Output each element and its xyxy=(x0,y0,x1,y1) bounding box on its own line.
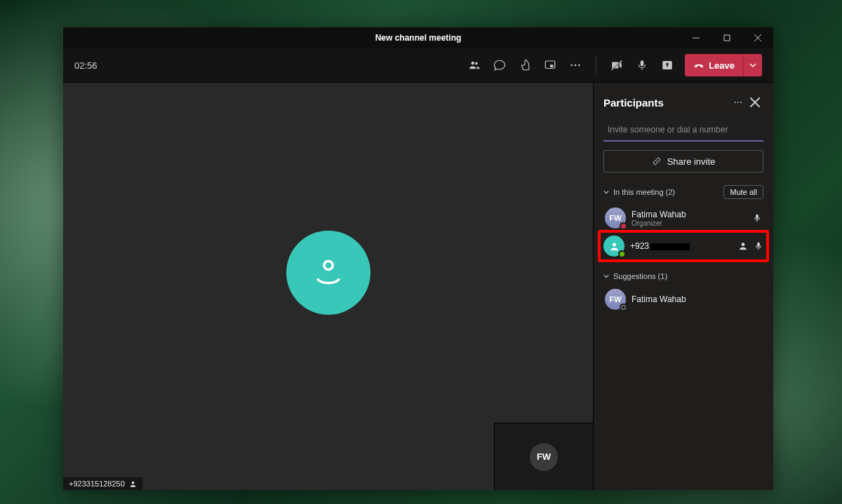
svg-point-8 xyxy=(578,64,580,67)
camera-toggle-button[interactable] xyxy=(605,53,629,77)
video-stage: FW +923315128250 xyxy=(63,83,593,490)
leave-dropdown-button[interactable] xyxy=(743,54,762,76)
remote-participant-avatar xyxy=(286,231,370,315)
toolbar-separator xyxy=(596,57,596,74)
leave-button[interactable]: Leave xyxy=(685,54,743,76)
content-row: FW +923315128250 Participants Share invi… xyxy=(63,83,773,490)
meeting-toolbar: 02:56 Leave xyxy=(63,48,773,83)
svg-point-7 xyxy=(575,64,577,67)
self-video-tile[interactable]: FW xyxy=(494,423,593,490)
caret-down-icon xyxy=(603,273,609,279)
redacted-text xyxy=(650,243,690,250)
teams-meeting-window: New channel meeting 02:56 Leave xyxy=(63,27,773,490)
panel-close-button[interactable] xyxy=(747,94,763,111)
svg-point-14 xyxy=(132,481,135,484)
leave-label: Leave xyxy=(709,60,735,71)
chat-button[interactable] xyxy=(488,53,512,77)
svg-point-6 xyxy=(571,64,573,67)
presence-available-icon xyxy=(618,250,625,257)
reactions-button[interactable] xyxy=(513,53,537,77)
participant-phone-number: +923 xyxy=(630,241,733,251)
suggestion-list: FW Fatima Wahab xyxy=(603,286,763,313)
svg-point-16 xyxy=(737,102,739,103)
participant-name: Fatima Wahab xyxy=(632,210,747,219)
minimize-button[interactable] xyxy=(681,27,711,48)
share-invite-button[interactable]: Share invite xyxy=(603,150,763,172)
suggestion-row[interactable]: FW Fatima Wahab xyxy=(603,286,763,313)
person-small-icon xyxy=(738,241,748,251)
window-title: New channel meeting xyxy=(375,33,462,43)
avatar: FW xyxy=(605,207,626,229)
share-screen-button[interactable] xyxy=(655,53,679,77)
titlebar: New channel meeting xyxy=(63,27,773,48)
close-button[interactable] xyxy=(742,27,773,48)
invite-input[interactable] xyxy=(603,119,763,142)
mic-toggle-button[interactable] xyxy=(630,53,654,77)
in-meeting-section: In this meeting (2) Mute all FW Fatima W… xyxy=(603,181,763,259)
mic-icon xyxy=(752,213,762,223)
panel-more-button[interactable] xyxy=(730,94,747,111)
share-invite-label: Share invite xyxy=(667,156,716,167)
participants-panel: Participants Share invite In this meetin… xyxy=(593,83,773,490)
suggestion-name: Fatima Wahab xyxy=(632,294,762,304)
rooms-button[interactable] xyxy=(538,53,562,77)
svg-point-22 xyxy=(742,243,745,246)
svg-rect-20 xyxy=(756,214,759,219)
phone-person-icon xyxy=(609,241,620,252)
suggestions-label: Suggestions (1) xyxy=(613,272,667,280)
panel-title: Participants xyxy=(603,97,730,109)
caller-label: +923315128250 xyxy=(63,477,142,490)
caller-phone-number: +923315128250 xyxy=(69,479,125,488)
svg-rect-1 xyxy=(724,35,730,41)
maximize-button[interactable] xyxy=(711,27,742,48)
participant-role: Organizer xyxy=(632,219,747,227)
participant-list: FW Fatima Wahab Organizer xyxy=(603,205,763,259)
svg-point-15 xyxy=(735,102,736,103)
svg-rect-11 xyxy=(641,60,644,66)
participant-row-highlighted[interactable]: +923 xyxy=(598,230,769,262)
svg-point-13 xyxy=(323,261,332,269)
meeting-timer: 02:56 xyxy=(74,60,98,71)
mute-all-button[interactable]: Mute all xyxy=(723,185,763,199)
svg-point-17 xyxy=(740,102,742,103)
avatar: FW xyxy=(605,289,626,310)
person-icon xyxy=(309,253,348,292)
presence-busy-icon xyxy=(620,222,627,229)
caret-down-icon xyxy=(603,189,609,195)
participants-button[interactable] xyxy=(462,53,486,77)
svg-rect-5 xyxy=(550,64,554,67)
svg-rect-23 xyxy=(757,243,760,247)
window-controls xyxy=(681,27,773,48)
suggestions-section: Suggestions (1) FW Fatima Wahab xyxy=(603,268,763,313)
self-avatar: FW xyxy=(530,443,558,471)
suggestions-header[interactable]: Suggestions (1) xyxy=(603,272,763,280)
svg-point-21 xyxy=(613,243,616,246)
in-meeting-header[interactable]: In this meeting (2) Mute all xyxy=(603,185,763,199)
panel-header: Participants xyxy=(603,94,763,111)
presence-offline-icon xyxy=(620,304,627,311)
toolbar-icons xyxy=(462,53,679,77)
mic-icon xyxy=(754,241,763,251)
participant-row[interactable]: FW Fatima Wahab Organizer xyxy=(603,205,763,231)
hangup-icon xyxy=(693,60,704,71)
avatar xyxy=(603,236,624,257)
link-icon xyxy=(652,156,662,166)
more-actions-button[interactable] xyxy=(563,53,587,77)
person-small-icon xyxy=(129,480,137,488)
leave-button-group: Leave xyxy=(685,54,762,76)
in-meeting-label: In this meeting (2) xyxy=(613,188,675,196)
